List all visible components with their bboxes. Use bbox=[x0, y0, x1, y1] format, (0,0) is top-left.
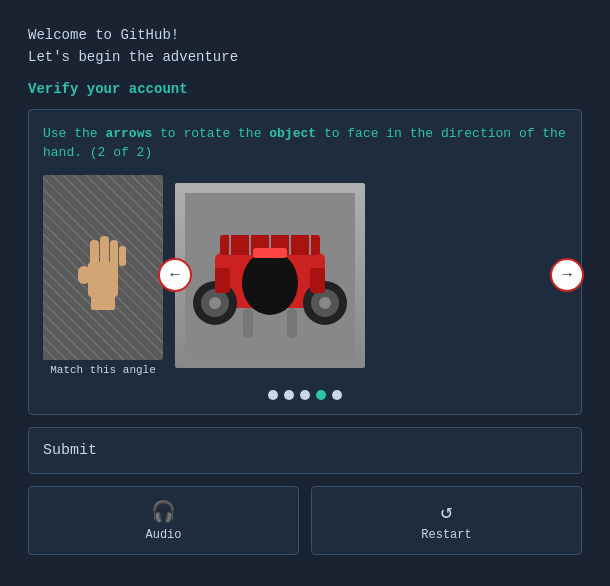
submit-button[interactable]: Submit bbox=[28, 427, 582, 474]
svg-rect-22 bbox=[243, 308, 253, 338]
object-image bbox=[175, 183, 365, 368]
object-image-container: ← → bbox=[175, 183, 567, 368]
svg-point-9 bbox=[242, 251, 298, 315]
svg-rect-5 bbox=[119, 246, 126, 266]
atv-svg bbox=[185, 193, 355, 358]
svg-rect-1 bbox=[78, 266, 90, 284]
progress-dots bbox=[43, 390, 567, 400]
rotate-left-button[interactable]: ← bbox=[158, 258, 192, 292]
svg-rect-26 bbox=[310, 268, 325, 293]
reference-image bbox=[43, 175, 163, 360]
captcha-box: Use the arrows to rotate the object to f… bbox=[28, 109, 582, 415]
restart-button[interactable]: ↺ Restart bbox=[311, 486, 582, 555]
images-row: Match this angle bbox=[43, 175, 567, 376]
instruction-text: Use the arrows to rotate the object to f… bbox=[43, 124, 567, 163]
welcome-line2: Let's begin the adventure bbox=[28, 46, 582, 68]
svg-rect-23 bbox=[287, 308, 297, 338]
bottom-buttons: 🎧 Audio ↺ Restart bbox=[28, 486, 582, 555]
dot-4 bbox=[316, 390, 326, 400]
reference-label: Match this angle bbox=[43, 364, 163, 376]
svg-rect-3 bbox=[100, 236, 109, 266]
atv-illustration bbox=[175, 183, 365, 368]
welcome-text: Welcome to GitHub! Let's begin the adven… bbox=[28, 24, 582, 69]
arrows-highlight: arrows bbox=[105, 126, 152, 141]
svg-rect-6 bbox=[91, 292, 115, 310]
page-container: Welcome to GitHub! Let's begin the adven… bbox=[0, 0, 610, 586]
restart-label: Restart bbox=[421, 528, 471, 542]
dot-3 bbox=[300, 390, 310, 400]
svg-rect-25 bbox=[215, 268, 230, 293]
welcome-line1: Welcome to GitHub! bbox=[28, 24, 582, 46]
rotate-right-button[interactable]: → bbox=[550, 258, 584, 292]
audio-button[interactable]: 🎧 Audio bbox=[28, 486, 299, 555]
restart-icon: ↺ bbox=[440, 499, 452, 524]
reference-image-container: Match this angle bbox=[43, 175, 163, 376]
svg-rect-4 bbox=[110, 240, 118, 266]
dot-1 bbox=[268, 390, 278, 400]
audio-label: Audio bbox=[145, 528, 181, 542]
svg-point-18 bbox=[209, 297, 221, 309]
object-highlight: object bbox=[269, 126, 316, 141]
dot-2 bbox=[284, 390, 294, 400]
svg-rect-24 bbox=[253, 248, 287, 258]
dot-5 bbox=[332, 390, 342, 400]
verify-title: Verify your account bbox=[28, 81, 582, 97]
svg-point-21 bbox=[319, 297, 331, 309]
hand-illustration bbox=[73, 222, 133, 312]
headphones-icon: 🎧 bbox=[151, 499, 176, 524]
hand-background bbox=[43, 175, 163, 360]
svg-rect-2 bbox=[90, 240, 99, 268]
